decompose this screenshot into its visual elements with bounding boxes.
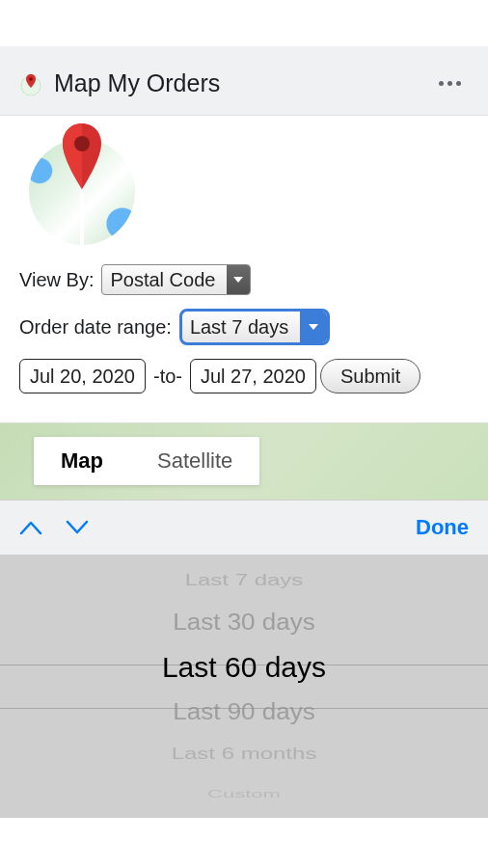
picker-list: Last 7 days Last 30 days Last 60 days La… xyxy=(0,560,488,813)
app-icon xyxy=(19,72,42,95)
chevron-up-icon[interactable] xyxy=(19,520,42,535)
date-from-input[interactable]: Jul 20, 2020 xyxy=(19,359,146,393)
date-to-input[interactable]: Jul 27, 2020 xyxy=(190,359,316,393)
chevron-down-icon xyxy=(300,312,327,342)
page-title: Map My Orders xyxy=(54,69,220,97)
chevron-down-icon[interactable] xyxy=(66,520,89,535)
done-button[interactable]: Done xyxy=(416,515,469,540)
picker-option[interactable]: Custom xyxy=(207,784,281,803)
map-preview[interactable]: Map Satellite xyxy=(0,422,488,500)
map-logo xyxy=(29,139,135,245)
tab-map[interactable]: Map xyxy=(34,437,130,485)
more-menu-icon[interactable] xyxy=(439,81,469,86)
header-left: Map My Orders xyxy=(19,69,220,97)
date-inputs-row: Jul 20, 2020 -to- Jul 27, 2020 Submit xyxy=(19,359,469,393)
picker-option-selected[interactable]: Last 60 days xyxy=(162,644,326,691)
daterange-row: Order date range: Last 7 days xyxy=(19,309,469,345)
content-area: View By: Postal Code Order date range: L… xyxy=(0,116,488,393)
app-header: Map My Orders xyxy=(0,46,488,116)
tab-satellite[interactable]: Satellite xyxy=(130,437,259,485)
daterange-label: Order date range: xyxy=(19,316,172,339)
viewby-row: View By: Postal Code xyxy=(19,264,469,295)
svg-point-1 xyxy=(29,77,33,81)
picker-toolbar: Done xyxy=(0,500,488,556)
daterange-select[interactable]: Last 7 days xyxy=(179,309,330,345)
viewby-select-value: Postal Code xyxy=(102,269,227,291)
viewby-label: View By: xyxy=(19,269,94,291)
picker-nav-arrows xyxy=(19,520,89,535)
daterange-select-value: Last 7 days xyxy=(182,316,300,339)
picker-option[interactable]: Last 7 days xyxy=(185,567,304,593)
picker-option[interactable]: Last 30 days xyxy=(173,603,314,642)
date-separator: -to- xyxy=(149,366,186,388)
bottom-spacer xyxy=(0,818,488,868)
picker-option[interactable]: Last 6 months xyxy=(172,741,317,767)
picker-option[interactable]: Last 90 days xyxy=(173,692,314,732)
svg-point-2 xyxy=(74,136,90,151)
map-type-tabs: Map Satellite xyxy=(34,437,259,485)
map-pin-icon xyxy=(55,120,109,197)
picker-wheel[interactable]: Last 7 days Last 30 days Last 60 days La… xyxy=(0,556,488,818)
submit-button[interactable]: Submit xyxy=(320,359,420,393)
chevron-down-icon xyxy=(227,265,250,294)
viewby-select[interactable]: Postal Code xyxy=(101,264,251,295)
